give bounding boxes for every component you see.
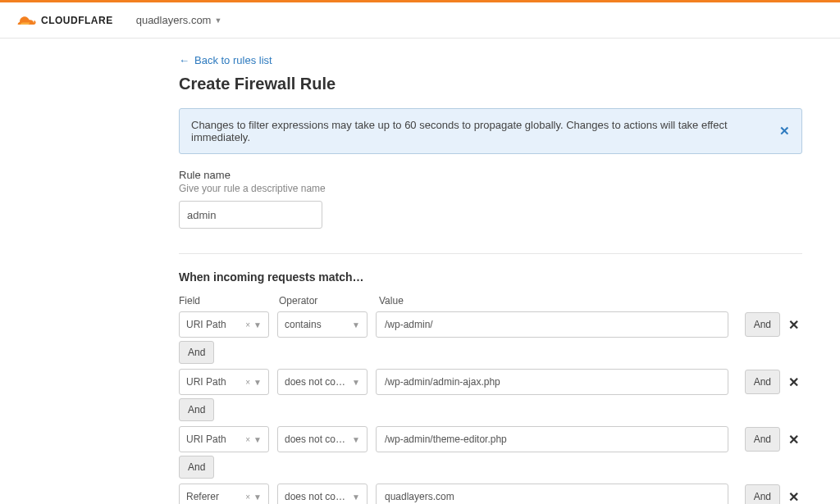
columns-header: Field Operator Value xyxy=(179,295,802,306)
global-header: CLOUDFLARE quadlayers.com ▼ xyxy=(0,2,840,39)
back-to-rules-link[interactable]: ← Back to rules list xyxy=(179,54,272,66)
section-divider xyxy=(179,253,802,254)
and-button[interactable]: And xyxy=(745,370,780,394)
row-actions: And✕ xyxy=(745,484,802,504)
value-input[interactable] xyxy=(376,311,728,338)
value-input[interactable] xyxy=(376,426,728,452)
operator-select-value: does not cont... xyxy=(285,376,349,388)
operator-select[interactable]: contains▼ xyxy=(277,311,368,338)
rule-name-input[interactable] xyxy=(179,201,322,229)
connector-and-button[interactable]: And xyxy=(179,398,214,421)
row-actions: And✕ xyxy=(745,427,802,452)
col-operator-label: Operator xyxy=(279,295,369,306)
remove-row-icon[interactable]: ✕ xyxy=(785,432,802,447)
value-input[interactable] xyxy=(376,369,728,395)
field-select-value: Referer xyxy=(186,491,242,502)
operator-select[interactable]: does not cont...▼ xyxy=(277,484,368,504)
and-button[interactable]: And xyxy=(745,484,780,504)
chevron-down-icon[interactable]: ▼ xyxy=(352,493,360,502)
remove-row-icon[interactable]: ✕ xyxy=(785,489,802,505)
rule-row: URI Path×▼does not cont...▼And✕ xyxy=(179,369,802,395)
cloud-icon xyxy=(16,13,38,28)
chevron-down-icon[interactable]: ▼ xyxy=(352,435,360,444)
connector-row: And xyxy=(179,341,802,364)
operator-select[interactable]: does not cont...▼ xyxy=(277,426,368,452)
matches-heading: When incoming requests match… xyxy=(179,270,802,284)
row-actions: And✕ xyxy=(745,312,802,337)
connector-row: And xyxy=(179,456,802,479)
field-select[interactable]: URI Path×▼ xyxy=(179,369,269,395)
row-actions: And✕ xyxy=(745,370,802,394)
backlink-label: Back to rules list xyxy=(194,54,272,66)
and-button[interactable]: And xyxy=(745,427,780,452)
connector-and-button[interactable]: And xyxy=(179,456,214,479)
close-icon[interactable]: ✕ xyxy=(779,124,790,138)
field-select[interactable]: Referer×▼ xyxy=(179,484,269,504)
field-select-value: URI Path xyxy=(186,376,242,388)
brand-logo[interactable]: CLOUDFLARE xyxy=(16,13,113,28)
rule-row: Referer×▼does not cont...▼And✕ xyxy=(179,484,802,504)
info-notice: Changes to filter expressions may take u… xyxy=(179,108,802,154)
operator-select-value: does not cont... xyxy=(285,491,349,502)
brand-text: CLOUDFLARE xyxy=(41,15,113,26)
clear-icon[interactable]: × xyxy=(245,493,250,502)
operator-select[interactable]: does not cont...▼ xyxy=(277,369,368,395)
chevron-down-icon[interactable]: ▼ xyxy=(253,320,262,329)
chevron-down-icon[interactable]: ▼ xyxy=(253,435,262,444)
rule-row: URI Path×▼contains▼And✕ xyxy=(179,311,802,338)
rule-expression-group: URI Path×▼contains▼And✕AndURI Path×▼does… xyxy=(179,311,802,504)
remove-row-icon[interactable]: ✕ xyxy=(785,375,802,390)
col-value-label: Value xyxy=(379,295,802,306)
chevron-down-icon[interactable]: ▼ xyxy=(253,493,262,502)
chevron-down-icon[interactable]: ▼ xyxy=(253,378,262,387)
operator-select-value: contains xyxy=(285,319,349,330)
page-title: Create Firewall Rule xyxy=(179,75,802,93)
rule-name-hint: Give your rule a descriptive name xyxy=(179,183,802,194)
clear-icon[interactable]: × xyxy=(245,435,250,444)
and-button[interactable]: And xyxy=(745,312,780,337)
rule-name-block: Rule name Give your rule a descriptive n… xyxy=(179,169,802,229)
field-select-value: URI Path xyxy=(186,319,242,330)
connector-row: And xyxy=(179,398,802,421)
domain-selector[interactable]: quadlayers.com ▼ xyxy=(136,14,222,26)
arrow-left-icon: ← xyxy=(179,54,189,66)
remove-row-icon[interactable]: ✕ xyxy=(785,317,802,333)
connector-and-button[interactable]: And xyxy=(179,341,214,364)
chevron-down-icon[interactable]: ▼ xyxy=(352,320,360,329)
rule-name-label: Rule name xyxy=(179,169,802,181)
clear-icon[interactable]: × xyxy=(245,378,250,387)
value-input[interactable] xyxy=(376,484,728,504)
field-select[interactable]: URI Path×▼ xyxy=(179,426,269,452)
notice-text: Changes to filter expressions may take u… xyxy=(191,119,769,143)
field-select[interactable]: URI Path×▼ xyxy=(179,311,269,338)
rule-row: URI Path×▼does not cont...▼And✕ xyxy=(179,426,802,452)
field-select-value: URI Path xyxy=(186,434,242,445)
clear-icon[interactable]: × xyxy=(245,320,250,329)
chevron-down-icon: ▼ xyxy=(214,16,221,25)
col-field-label: Field xyxy=(179,295,269,306)
chevron-down-icon[interactable]: ▼ xyxy=(352,378,360,387)
domain-selector-label: quadlayers.com xyxy=(136,14,212,26)
operator-select-value: does not cont... xyxy=(285,434,349,445)
